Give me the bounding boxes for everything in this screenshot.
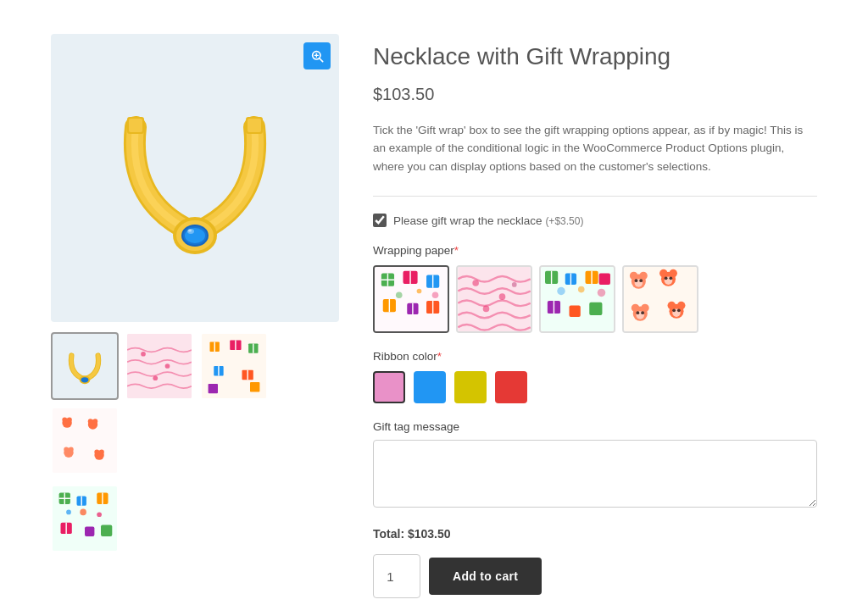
thumbnail-pattern3[interactable] <box>51 407 119 475</box>
svg-rect-32 <box>209 384 218 393</box>
gift-wrap-checkbox[interactable] <box>373 214 387 227</box>
gift-wrap-option: Please gift wrap the necklace (+$3.50) <box>373 214 817 227</box>
svg-point-83 <box>512 282 517 287</box>
ribbon-color-swatches <box>373 371 817 403</box>
product-info: Necklace with Gift Wrapping $103.50 Tick… <box>373 34 817 598</box>
wrapping-paper-section: Wrapping paper* <box>373 244 817 333</box>
svg-point-46 <box>99 449 104 454</box>
product-gallery <box>51 34 339 598</box>
ribbon-swatch-yellow[interactable] <box>454 371 487 403</box>
svg-point-113 <box>632 304 640 313</box>
total-row: Total: $103.50 <box>373 527 817 541</box>
svg-point-43 <box>69 447 74 452</box>
svg-rect-58 <box>101 525 112 536</box>
svg-point-122 <box>672 309 676 313</box>
svg-point-61 <box>97 512 102 517</box>
wrapping-paper-swatches <box>373 265 817 333</box>
ribbon-color-section: Ribbon color* <box>373 350 817 403</box>
svg-point-45 <box>94 449 99 454</box>
svg-point-19 <box>165 364 170 369</box>
gift-tag-label: Gift tag message <box>373 420 817 433</box>
thumbnail-pattern1[interactable] <box>125 332 193 400</box>
svg-point-111 <box>669 277 672 280</box>
product-price: $103.50 <box>373 85 817 104</box>
product-description: Tick the 'Gift wrap' box to see the gift… <box>373 121 817 176</box>
gift-tag-textarea[interactable] <box>373 440 817 508</box>
svg-point-114 <box>641 304 649 313</box>
svg-point-116 <box>637 312 640 315</box>
svg-line-1 <box>320 58 323 62</box>
add-to-cart-button[interactable]: Add to cart <box>429 558 542 595</box>
svg-point-107 <box>659 269 668 278</box>
cart-row: Add to cart <box>373 554 817 598</box>
svg-point-81 <box>499 294 506 301</box>
svg-rect-7 <box>248 119 261 132</box>
main-product-image <box>51 34 339 322</box>
quantity-input[interactable] <box>373 554 420 598</box>
svg-point-117 <box>641 312 644 315</box>
svg-point-96 <box>557 287 565 296</box>
svg-point-76 <box>396 292 403 299</box>
necklace-illustration <box>102 85 288 271</box>
svg-point-101 <box>630 272 638 280</box>
svg-point-78 <box>432 292 439 299</box>
svg-point-59 <box>80 509 86 516</box>
thumbnail-pattern4[interactable] <box>51 485 119 552</box>
product-page: Necklace with Gift Wrapping $103.50 Tick… <box>0 0 868 605</box>
ribbon-color-label: Ribbon color* <box>373 350 817 363</box>
paper-swatch-pink-waves[interactable] <box>456 265 532 333</box>
thumbnail-pattern2[interactable] <box>200 332 268 400</box>
svg-point-39 <box>88 419 93 424</box>
gift-tag-section: Gift tag message <box>373 420 817 510</box>
svg-point-102 <box>639 272 648 280</box>
svg-point-18 <box>141 352 146 357</box>
svg-point-104 <box>635 280 638 283</box>
wrapping-paper-label: Wrapping paper* <box>373 244 817 257</box>
svg-rect-34 <box>53 408 117 473</box>
svg-point-37 <box>67 417 72 422</box>
product-title: Necklace with Gift Wrapping <box>373 42 817 71</box>
zoom-icon[interactable] <box>303 42 331 69</box>
svg-rect-94 <box>570 306 581 317</box>
svg-rect-91 <box>599 274 610 285</box>
svg-point-77 <box>417 289 422 294</box>
svg-point-123 <box>677 309 681 313</box>
svg-point-105 <box>639 280 643 283</box>
svg-point-60 <box>66 510 71 515</box>
svg-point-120 <box>677 302 686 310</box>
paper-swatch-gifts[interactable] <box>373 265 449 333</box>
paper-swatch-colorful[interactable] <box>539 265 615 333</box>
svg-point-98 <box>598 289 606 297</box>
gift-wrap-label[interactable]: Please gift wrap the necklace (+$3.50) <box>393 214 583 227</box>
svg-point-16 <box>81 377 89 382</box>
svg-rect-33 <box>250 382 259 391</box>
thumbnail-gallery-row2 <box>51 485 339 552</box>
ribbon-swatch-blue[interactable] <box>414 371 446 403</box>
svg-point-97 <box>578 286 585 293</box>
paper-swatch-animals[interactable] <box>622 265 698 333</box>
thumbnail-gallery <box>51 332 339 475</box>
svg-rect-57 <box>85 527 94 536</box>
svg-point-42 <box>64 447 69 452</box>
svg-point-14 <box>188 230 192 232</box>
ribbon-swatch-red[interactable] <box>495 371 527 403</box>
svg-point-119 <box>668 302 676 310</box>
ribbon-swatch-pink[interactable] <box>373 371 405 403</box>
svg-rect-5 <box>129 119 142 132</box>
section-divider <box>373 196 817 197</box>
svg-point-80 <box>472 280 479 287</box>
svg-point-82 <box>483 306 490 313</box>
svg-point-110 <box>665 277 668 280</box>
svg-point-36 <box>62 417 67 422</box>
svg-point-20 <box>153 375 158 380</box>
svg-rect-95 <box>589 302 602 315</box>
svg-point-40 <box>93 419 98 424</box>
svg-point-108 <box>669 269 677 278</box>
thumbnail-necklace[interactable] <box>51 332 119 400</box>
